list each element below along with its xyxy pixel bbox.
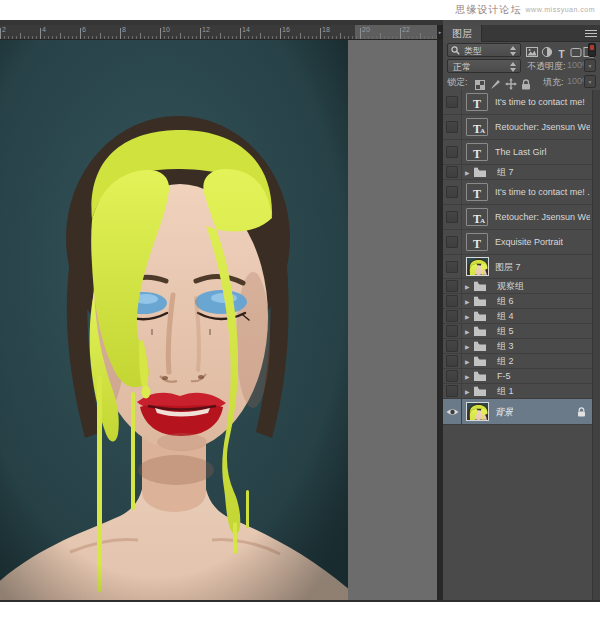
layer-row-group[interactable]: ▶ 组 1 [443,384,592,399]
visibility-checkbox[interactable] [446,166,458,178]
visibility-checkbox[interactable] [446,385,458,397]
layer-row-group[interactable]: ▶ 组 6 [443,294,592,309]
text-style-layer-thumbnail[interactable]: TA [466,208,488,226]
text-layer-thumbnail[interactable]: T [466,93,488,111]
blend-mode-dropdown[interactable]: 正常 [447,59,521,73]
text-layer-thumbnail[interactable]: T [466,143,488,161]
layer-name[interactable]: 组 1 [497,385,514,398]
filter-type-layers-icon[interactable]: T [555,44,568,56]
layer-row-text[interactable]: T It's time to contact me! ... [443,180,592,205]
visibility-checkbox[interactable] [446,355,458,367]
visibility-checkbox[interactable] [446,280,458,292]
text-layer-thumbnail[interactable]: T [466,183,488,201]
layer-name[interactable]: 组 3 [497,340,514,353]
fill-dropdown-arrow[interactable]: ▼ [584,75,596,88]
layer-name[interactable]: 背景 [495,405,513,418]
visibility-toggle[interactable] [443,309,462,323]
layer-name[interactable]: 组 7 [497,166,514,179]
visibility-checkbox[interactable] [446,186,458,198]
visibility-toggle[interactable] [443,339,462,353]
filter-on-off-toggle[interactable] [588,43,596,57]
visibility-toggle[interactable] [443,369,462,383]
visibility-toggle[interactable] [443,324,462,338]
expand-triangle-icon[interactable]: ▶ [465,358,470,365]
visibility-toggle[interactable] [443,205,462,229]
layer-row-group[interactable]: ▶ 组 4 [443,309,592,324]
filter-shape-layers-icon[interactable] [569,44,582,56]
layer-name[interactable]: It's time to contact me! [495,97,585,107]
layer-thumbnail[interactable] [466,402,489,421]
expand-triangle-icon[interactable]: ▶ [465,388,470,395]
text-layer-thumbnail[interactable]: T [466,233,488,251]
visibility-toggle[interactable] [443,90,462,114]
visibility-checkbox[interactable] [446,121,458,133]
filter-adjustment-layers-icon[interactable] [540,44,553,56]
visibility-toggle[interactable] [443,279,462,293]
expand-triangle-icon[interactable]: ▶ [465,283,470,290]
layer-name[interactable]: F-5 [497,371,511,381]
layer-row-group[interactable]: ▶ 组 3 [443,339,592,354]
layer-row-background-selected[interactable]: 背景 [443,399,592,425]
visibility-toggle[interactable] [443,399,462,424]
visibility-checkbox[interactable] [446,325,458,337]
tab-layers[interactable]: 图层 [443,25,482,42]
layer-name[interactable]: Retoucher: Jsensun Wech... [495,122,590,132]
visibility-toggle[interactable] [443,230,462,254]
visibility-toggle[interactable] [443,354,462,368]
expand-triangle-icon[interactable]: ▶ [465,169,470,176]
layer-row-text-styled[interactable]: TA Retoucher: Jsensun Wech... [443,205,592,230]
visibility-checkbox[interactable] [446,340,458,352]
layer-row-group[interactable]: ▶ 组 7 [443,165,592,180]
expand-triangle-icon[interactable]: ▶ [465,313,470,320]
expand-triangle-icon[interactable]: ▶ [465,328,470,335]
visibility-checkbox[interactable] [446,370,458,382]
expand-triangle-icon[interactable]: ▶ [465,343,470,350]
visibility-toggle[interactable] [443,140,462,164]
layer-row-group[interactable]: ▶ 观察组 [443,279,592,294]
layer-name[interactable]: 图层 7 [495,260,521,273]
layer-name[interactable]: It's time to contact me! ... [495,187,590,197]
filter-type-label: 类型 [464,45,482,57]
layer-row-group[interactable]: ▶ 组 5 [443,324,592,339]
expand-triangle-icon[interactable]: ▶ [465,298,470,305]
visibility-checkbox[interactable] [446,211,458,223]
opacity-dropdown-arrow[interactable]: ▼ [584,59,596,72]
visibility-checkbox[interactable] [446,236,458,248]
document-canvas-photo[interactable] [0,40,348,600]
panel-scrollbar[interactable] [592,90,600,602]
visibility-toggle[interactable] [443,255,462,278]
layer-row-image[interactable]: 图层 7 [443,255,592,279]
layer-name[interactable]: Retoucher: Jsensun Wech... [495,212,590,222]
layer-thumbnail[interactable] [466,257,489,276]
layer-name[interactable]: The Last Girl [495,147,547,157]
visibility-checkbox[interactable] [446,310,458,322]
layer-name[interactable]: 组 4 [497,310,514,323]
layer-row-text-styled[interactable]: TA Retoucher: Jsensun Wech... [443,115,592,140]
layer-row-text[interactable]: T The Last Girl [443,140,592,165]
visibility-checkbox[interactable] [446,261,458,273]
layer-name[interactable]: Exquisite Portrait [495,237,563,247]
text-style-layer-thumbnail[interactable]: TA [466,118,488,136]
layer-name[interactable]: 组 2 [497,355,514,368]
visibility-toggle[interactable] [443,180,462,204]
layer-row-text[interactable]: T It's time to contact me! [443,90,592,115]
visibility-toggle[interactable] [443,294,462,308]
filter-pixel-layers-icon[interactable] [525,44,538,56]
visibility-toggle[interactable] [443,384,462,398]
eye-icon[interactable] [446,407,459,417]
layer-name[interactable]: 组 6 [497,295,514,308]
visibility-toggle[interactable] [443,165,462,179]
visibility-toggle[interactable] [443,115,462,139]
visibility-checkbox[interactable] [446,295,458,307]
layer-row-group[interactable]: ▶ F-5 [443,369,592,384]
panel-menu-icon[interactable] [585,30,597,38]
layer-row-group[interactable]: ▶ 组 2 [443,354,592,369]
layer-row-text[interactable]: T Exquisite Portrait [443,230,592,255]
folder-icon [474,371,486,381]
visibility-checkbox[interactable] [446,96,458,108]
layer-name[interactable]: 组 5 [497,325,514,338]
expand-triangle-icon[interactable]: ▶ [465,373,470,380]
filter-type-dropdown[interactable]: 类型 [447,43,521,57]
visibility-checkbox[interactable] [446,146,458,158]
layer-name[interactable]: 观察组 [497,280,524,293]
